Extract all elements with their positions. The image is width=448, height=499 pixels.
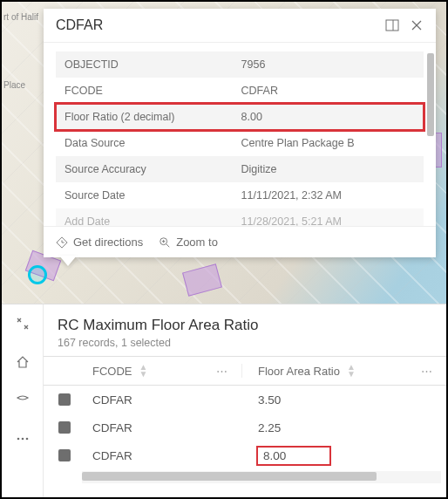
sort-icon[interactable]: ▲▼: [347, 364, 356, 378]
cell-far-highlighted: 8.00: [242, 448, 446, 464]
cell-fcode: CDFAR: [85, 421, 242, 434]
attribute-table-panel: RC Maximum Floor Area Ratio 167 records,…: [2, 304, 446, 497]
feature-popup: CDFAR OBJECTID7956 FCODECDFAR Floor Rati…: [44, 9, 436, 257]
data-grid: FCODE ▲▼ ⋯ Floor Area Ratio ▲▼ ⋯ CDFAR 3…: [44, 356, 446, 497]
popup-title: CDFAR: [56, 17, 375, 33]
svg-point-9: [21, 438, 24, 441]
column-header-fcode[interactable]: FCODE ▲▼ ⋯: [85, 364, 242, 378]
cell-far: 3.50: [242, 393, 446, 407]
get-directions-label: Get directions: [73, 236, 143, 249]
home-button[interactable]: [2, 343, 43, 381]
svg-point-10: [25, 438, 28, 441]
panel-header: RC Maximum Floor Area Ratio 167 records,…: [44, 304, 446, 356]
table-row[interactable]: CDFAR 8.00: [44, 441, 446, 469]
column-menu-icon[interactable]: ⋯: [216, 365, 227, 378]
attr-row: OBJECTID7956: [56, 51, 424, 78]
panel-main: RC Maximum Floor Area Ratio 167 records,…: [44, 304, 446, 497]
filter-button[interactable]: [2, 381, 43, 420]
popup-footer: Get directions Zoom to: [44, 226, 436, 257]
row-select-icon[interactable]: [58, 421, 71, 434]
map-polygon[interactable]: [182, 263, 222, 296]
grid-header: FCODE ▲▼ ⋯ Floor Area Ratio ▲▼ ⋯: [44, 356, 446, 386]
cell-far: 2.25: [242, 421, 446, 434]
map-label: rt of Halif: [3, 12, 38, 22]
attr-row: Source AccuracyDigitize: [56, 156, 424, 182]
zoom-to-label: Zoom to: [176, 236, 218, 249]
attr-row: Add Date11/28/2021, 5:21 AM: [56, 208, 424, 226]
cell-fcode: CDFAR: [85, 393, 242, 407]
map-label: Place: [3, 80, 25, 90]
table-row[interactable]: CDFAR 3.50: [44, 386, 446, 414]
cell-fcode: CDFAR: [85, 449, 242, 462]
dock-icon[interactable]: [385, 18, 399, 32]
horizontal-scrollbar[interactable]: [82, 471, 441, 483]
svg-line-5: [166, 243, 170, 247]
popup-header: CDFAR: [44, 9, 436, 43]
collapse-button[interactable]: [2, 304, 43, 343]
zoom-to-button[interactable]: Zoom to: [159, 236, 218, 249]
attr-row: FCODECDFAR: [56, 78, 424, 104]
selected-feature-marker[interactable]: [28, 265, 47, 284]
attr-row-highlighted: Floor Ratio (2 decimal)8.00: [56, 104, 424, 130]
more-button[interactable]: [2, 420, 43, 458]
close-icon[interactable]: [410, 18, 424, 32]
popup-pointer: [59, 256, 77, 266]
svg-rect-0: [386, 20, 398, 31]
row-select-icon[interactable]: [58, 393, 71, 406]
panel-sidebar: [2, 304, 44, 497]
svg-point-8: [17, 438, 19, 441]
popup-scrollbar[interactable]: [427, 53, 434, 136]
attr-row: Data SourceCentre Plan Package B: [56, 130, 424, 156]
sort-icon[interactable]: ▲▼: [139, 364, 148, 378]
attr-row: Source Date11/11/2021, 2:32 AM: [56, 182, 424, 208]
popup-attributes: OBJECTID7956 FCODECDFAR Floor Ratio (2 d…: [44, 43, 436, 226]
table-row[interactable]: CDFAR 2.25: [44, 414, 446, 441]
panel-subtitle: 167 records, 1 selected: [58, 337, 432, 349]
row-select-icon[interactable]: [58, 449, 71, 461]
column-menu-icon[interactable]: ⋯: [421, 365, 432, 378]
get-directions-button[interactable]: Get directions: [56, 236, 143, 249]
panel-title: RC Maximum Floor Area Ratio: [58, 317, 432, 334]
column-header-far[interactable]: Floor Area Ratio ▲▼ ⋯: [242, 364, 446, 378]
